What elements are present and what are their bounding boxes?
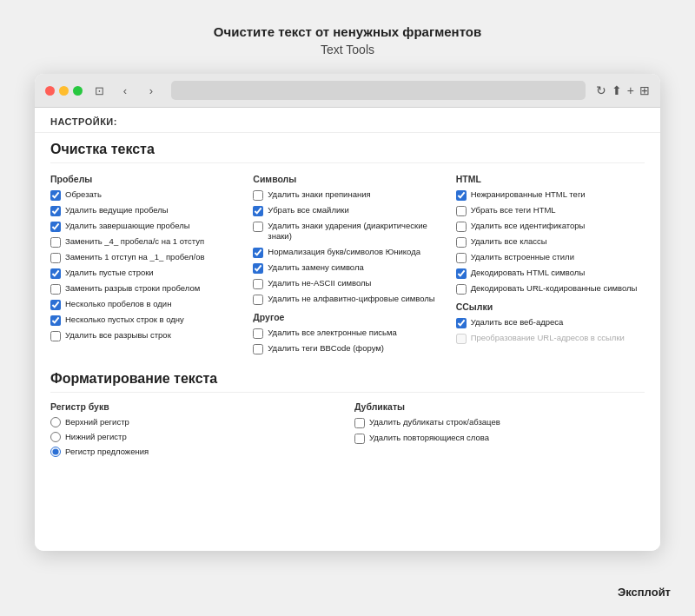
checkbox-punctuation[interactable] xyxy=(253,190,263,201)
column-symbols: Символы Удалить знаки препинания Убрать … xyxy=(253,174,441,359)
section1-title: Очистка текста xyxy=(50,142,645,163)
checkbox-replace-indent[interactable] xyxy=(50,253,61,263)
list-item: Нормализация букв/символов Юникода xyxy=(253,247,441,258)
list-item: Удалить пустые строки xyxy=(50,268,239,279)
col-header-other: Другое xyxy=(253,312,441,322)
close-button[interactable] xyxy=(45,86,55,96)
list-item: Декодировать URL-кодированные символы xyxy=(456,283,645,295)
list-item: Удалить знаки ударения (диакритические з… xyxy=(253,221,441,242)
main-title: Очистите текст от ненужных фрагментов xyxy=(214,24,481,39)
checkbox-multi-spaces[interactable] xyxy=(50,300,61,310)
col-header-spaces: Пробелы xyxy=(50,174,239,184)
list-item: Удалить замену символа xyxy=(253,262,441,274)
list-item: Удалить не алфавитно-цифровые символы xyxy=(253,294,441,305)
checkbox-decode-html[interactable] xyxy=(456,268,467,279)
list-item: Нижний регистр xyxy=(50,432,341,442)
url-bar[interactable] xyxy=(171,81,586,100)
column-html: HTML Нежранированные HTML теги Убрать вс… xyxy=(456,174,645,359)
checkbox-bbcode[interactable] xyxy=(253,344,263,354)
checkbox-non-ascii[interactable] xyxy=(253,279,263,289)
text-cleanup-columns: Пробелы Обрезать Удалить ведущие пробелы… xyxy=(50,174,645,359)
column-duplicates: Дубликаты Удалить дубликаты строк/абзаце… xyxy=(354,401,645,461)
browser-content: НАСТРОЙКИ: Очистка текста Пробелы Обреза… xyxy=(35,108,660,551)
tab-icon[interactable]: ⊡ xyxy=(89,81,109,100)
checkbox-decode-url[interactable] xyxy=(456,284,467,295)
checkbox-multi-empty[interactable] xyxy=(50,315,61,326)
column-spaces: Пробелы Обрезать Удалить ведущие пробелы… xyxy=(50,174,239,359)
checkbox-remove-all-breaks[interactable] xyxy=(50,331,61,341)
add-tab-icon[interactable]: + xyxy=(627,83,634,97)
reload-icon[interactable]: ↻ xyxy=(596,83,606,97)
radio-sentence[interactable] xyxy=(50,447,61,457)
checkbox-normalize[interactable] xyxy=(253,248,263,258)
checkbox-diacritics[interactable] xyxy=(253,222,263,232)
col-header-links: CCылки xyxy=(456,301,645,312)
minimize-button[interactable] xyxy=(59,86,69,96)
maximize-button[interactable] xyxy=(73,86,83,96)
list-item: Удалить все веб-адреса xyxy=(456,317,645,328)
browser-right-icons: ↻ ⬆ + ⊞ xyxy=(596,83,650,97)
checkbox-remove-trailing[interactable] xyxy=(50,222,61,232)
traffic-lights xyxy=(45,86,83,96)
sidebar-icon[interactable]: ⊞ xyxy=(639,83,650,97)
checkbox-strip-html[interactable] xyxy=(456,206,467,216)
col-header-symbols: Символы xyxy=(253,174,441,184)
radio-lower[interactable] xyxy=(50,432,61,442)
sub-title: Text Tools xyxy=(214,43,481,56)
list-item: Убрать все смайлики xyxy=(253,205,441,216)
forward-button[interactable]: › xyxy=(142,81,161,100)
browser-window: ⊡ ‹ › ↻ ⬆ + ⊞ НАСТРОЙКИ: Очистка текста … xyxy=(35,74,660,551)
radio-upper[interactable] xyxy=(50,417,61,427)
back-button[interactable]: ‹ xyxy=(116,81,135,100)
list-item: Декодировать HTML символы xyxy=(456,268,645,279)
checkbox-inline-styles[interactable] xyxy=(456,253,467,263)
checkbox-non-alphanum[interactable] xyxy=(253,295,263,305)
list-item: Удалить все идентификаторы xyxy=(456,221,645,232)
list-item: Заменить разрыв строки пробелом xyxy=(50,283,239,295)
checkbox-replace-tabs[interactable] xyxy=(50,237,61,248)
checkbox-replacement[interactable] xyxy=(253,263,263,274)
list-item: Верхний регистр xyxy=(50,417,341,427)
text-format-columns: Регистр букв Верхний регистр Нижний реги… xyxy=(50,401,645,461)
list-item: Нежранированные HTML теги xyxy=(456,189,645,201)
col-header-duplicates: Дубликаты xyxy=(354,401,645,412)
col-header-case: Регистр букв xyxy=(50,401,341,412)
column-case: Регистр букв Верхний регистр Нижний реги… xyxy=(50,401,341,461)
checkbox-dup-words[interactable] xyxy=(354,434,365,444)
col-header-html: HTML xyxy=(456,174,645,184)
list-item: Удалить ведущие пробелы xyxy=(50,205,239,216)
list-item: Удалить теги BBCode (форум) xyxy=(253,343,441,354)
list-item: Убрать все теги HTML xyxy=(456,205,645,216)
list-item: Удалить все электронные письма xyxy=(253,328,441,339)
list-item: Удалить дубликаты строк/абзацев xyxy=(354,417,645,428)
checkbox-replace-newline[interactable] xyxy=(50,284,61,295)
section2-title: Форматирование текста xyxy=(50,371,645,393)
list-item: Заменить 1 отступ на _1_ пробел/ов xyxy=(50,252,239,263)
checkbox-convert-urls[interactable] xyxy=(456,334,467,344)
share-icon[interactable]: ⬆ xyxy=(612,83,622,97)
list-item: Несколько пустых строк в одну xyxy=(50,315,239,326)
watermark: Эксплойт xyxy=(618,586,671,599)
list-item: Регистр предложения xyxy=(50,447,341,457)
checkbox-remove-urls[interactable] xyxy=(456,318,467,328)
browser-toolbar: ⊡ ‹ › ↻ ⬆ + ⊞ xyxy=(35,74,660,108)
checkbox-empty-lines[interactable] xyxy=(50,268,61,279)
list-item: Несколько пробелов в один xyxy=(50,299,239,310)
list-item: Удалить все классы xyxy=(456,236,645,248)
list-item: Удалить повторяющиеся слова xyxy=(354,433,645,444)
checkbox-remove-leading[interactable] xyxy=(50,206,61,216)
settings-label: НАСТРОЙКИ: xyxy=(35,108,660,133)
list-item: Заменить _4_ пробела/с на 1 отступ xyxy=(50,236,239,248)
checkbox-dup-lines[interactable] xyxy=(354,418,365,428)
list-item: Удалить все разрывы строк xyxy=(50,330,239,341)
list-item: Преобразование URL-адресов в ссылки xyxy=(456,333,645,344)
checkbox-emails[interactable] xyxy=(253,328,263,339)
checkbox-classes[interactable] xyxy=(456,237,467,248)
checkbox-html-entities[interactable] xyxy=(456,190,467,201)
checkbox-trim[interactable] xyxy=(50,190,61,201)
list-item: Удалить знаки препинания xyxy=(253,189,441,201)
checkbox-ids[interactable] xyxy=(456,222,467,232)
list-item: Удалить встроенные стили xyxy=(456,252,645,263)
list-item: Удалить завершающие пробелы xyxy=(50,221,239,232)
checkbox-emoji[interactable] xyxy=(253,206,263,216)
